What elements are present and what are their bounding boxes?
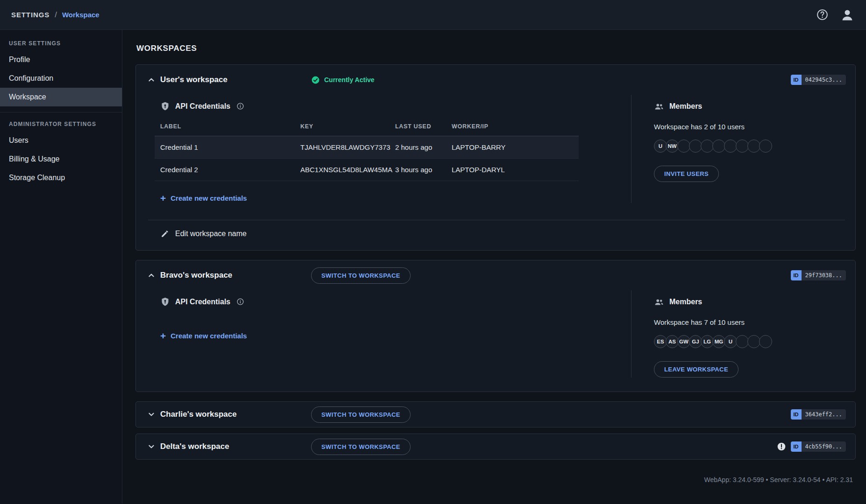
workspace-id-badge[interactable]: ID 042945c3... [791, 75, 846, 85]
table-row[interactable]: Credential 1 TJAHLVDER8LAWDGY7373 2 hour… [155, 136, 579, 159]
api-credentials-title: API Credentials [175, 298, 230, 306]
version-footer: WebApp: 3.24.0-599 • Server: 3.24.0-54 •… [135, 466, 856, 483]
workspace-name: Bravo's workspace [160, 271, 232, 280]
breadcrumb-separator: / [55, 10, 57, 20]
api-credentials-title: API Credentials [175, 102, 230, 111]
account-button[interactable] [840, 7, 855, 22]
workspace-card-header: Delta's workspace SWITCH TO WORKSPACE ID… [136, 434, 855, 459]
shield-icon [160, 101, 170, 111]
member-avatar: AS [666, 335, 679, 348]
edit-workspace-name-button[interactable]: Edit workspace name [136, 220, 247, 250]
invite-users-button[interactable]: INVITE USERS [654, 166, 719, 182]
check-circle-icon [311, 76, 320, 84]
empty-avatar-slot [677, 140, 690, 153]
info-icon [236, 102, 244, 110]
topbar-actions [816, 7, 855, 22]
member-avatar: NW [666, 140, 679, 153]
id-badge-value: 4cb55f90... [802, 441, 846, 452]
empty-avatar-slot [736, 335, 749, 348]
table-row[interactable]: Credential 2 ABC1XNSGL54D8LAW45MA 3 hour… [155, 159, 579, 181]
plus-icon: + [160, 331, 166, 341]
id-badge-label: ID [791, 270, 802, 280]
id-badge-label: ID [791, 441, 802, 452]
workspace-card-user: User's workspace Currently Active ID 042… [135, 64, 856, 251]
sidebar-item-profile[interactable]: Profile [0, 50, 122, 69]
pencil-icon [161, 230, 169, 238]
sidebar-item-configuration[interactable]: Configuration [0, 69, 122, 88]
last-used-cell: 3 hours ago [390, 159, 446, 181]
workspace-card-delta: Delta's workspace SWITCH TO WORKSPACE ID… [135, 434, 856, 460]
empty-avatar-slot [736, 140, 749, 153]
switch-workspace-button[interactable]: SWITCH TO WORKSPACE [311, 439, 411, 455]
empty-avatar-slot [747, 335, 760, 348]
help-button[interactable] [816, 8, 829, 21]
chevron-up-icon [146, 270, 156, 280]
warning-icon[interactable] [777, 442, 786, 451]
workspace-id-badge[interactable]: ID 4cb55f90... [791, 441, 846, 452]
table-header-row: LABEL KEY LAST USED WORKER/IP [155, 118, 579, 136]
worker-ip-cell: LAPTOP-DARYL [446, 159, 579, 181]
id-badge-value: 3643eff2... [802, 409, 846, 420]
info-icon [236, 298, 244, 306]
settings-sidebar: USER SETTINGS Profile Configuration Work… [0, 30, 122, 504]
sidebar-item-users[interactable]: Users [0, 131, 122, 150]
shield-icon [160, 297, 170, 307]
expand-button[interactable] [146, 409, 156, 420]
workspace-card-header: User's workspace Currently Active ID 042… [136, 65, 855, 95]
member-avatar: GW [677, 335, 690, 348]
status-text: Currently Active [324, 76, 375, 84]
member-avatar: ES [654, 335, 667, 348]
page-title: WORKSPACES [136, 44, 856, 53]
collapse-button[interactable] [146, 270, 156, 280]
members-summary: Workspace has 7 of 10 users [654, 318, 844, 326]
main-content: WORKSPACES User's workspace Currently Ac… [122, 30, 866, 504]
info-button[interactable] [236, 102, 244, 110]
member-avatar: MG [712, 335, 725, 348]
chevron-up-icon [146, 75, 156, 85]
id-badge-label: ID [791, 409, 802, 420]
workspace-card-charlie: Charlie's workspace SWITCH TO WORKSPACE … [135, 401, 856, 427]
column-header-label: LABEL [155, 118, 295, 136]
empty-avatar-slot [689, 140, 702, 153]
expand-button[interactable] [146, 441, 156, 452]
members-summary: Workspace has 2 of 10 users [654, 123, 844, 131]
members-section: Members Workspace has 2 of 10 users U NW [632, 95, 844, 203]
info-button[interactable] [236, 298, 244, 306]
member-avatar: LG [701, 335, 714, 348]
workspace-card-body: API Credentials [136, 95, 855, 217]
breadcrumb-settings-link[interactable]: SETTINGS [11, 11, 50, 19]
switch-workspace-button[interactable]: SWITCH TO WORKSPACE [311, 406, 411, 423]
workspace-id-badge[interactable]: ID 3643eff2... [791, 409, 846, 420]
id-badge-value: 042945c3... [802, 75, 846, 85]
members-title: Members [669, 102, 702, 111]
column-header-key: KEY [295, 118, 390, 136]
leave-workspace-button[interactable]: LEAVE WORKSPACE [654, 361, 738, 378]
sidebar-item-storage-cleanup[interactable]: Storage Cleanup [0, 168, 122, 187]
workspace-id-badge[interactable]: ID 29f73038... [791, 270, 846, 280]
members-icon [654, 101, 664, 112]
api-credentials-section: API Credentials + Create new credentials [160, 290, 631, 378]
column-header-last-used: LAST USED [390, 118, 446, 136]
member-avatar: U [654, 140, 667, 153]
id-badge-value: 29f73038... [802, 270, 846, 280]
help-icon [816, 8, 829, 21]
empty-avatar-slot [701, 140, 714, 153]
members-avatar-row: ES AS GW GJ LG MG U [654, 335, 844, 348]
switch-workspace-button[interactable]: SWITCH TO WORKSPACE [311, 267, 411, 284]
sidebar-section-user-settings: USER SETTINGS Profile Configuration Work… [0, 35, 122, 106]
empty-avatar-slot [712, 140, 725, 153]
topbar: SETTINGS / Workspace [0, 0, 866, 30]
credential-key-cell: TJAHLVDER8LAWDGY7373 [295, 136, 390, 159]
empty-avatar-slot [747, 140, 760, 153]
create-credentials-link[interactable]: + Create new credentials [160, 193, 247, 203]
sidebar-item-workspace[interactable]: Workspace [0, 88, 122, 106]
sidebar-section-title: ADMINISTRATOR SETTINGS [0, 115, 122, 131]
create-credentials-link[interactable]: + Create new credentials [160, 331, 247, 341]
members-icon [654, 297, 664, 307]
sidebar-section-admin-settings: ADMINISTRATOR SETTINGS Users Billing & U… [0, 112, 122, 187]
sidebar-item-billing-usage[interactable]: Billing & Usage [0, 150, 122, 168]
collapse-button[interactable] [146, 75, 156, 85]
id-badge-label: ID [791, 75, 802, 85]
card-divider [148, 220, 845, 220]
workspace-card-bravo: Bravo's workspace SWITCH TO WORKSPACE ID… [135, 260, 856, 392]
